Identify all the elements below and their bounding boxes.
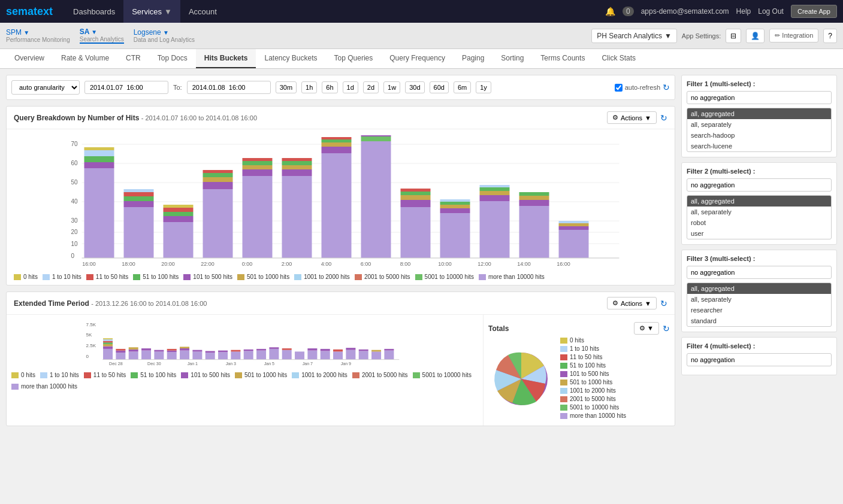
tab-paging[interactable]: Paging (454, 49, 492, 68)
help-icon-btn[interactable]: ? (823, 29, 837, 43)
bar-segment (203, 182, 233, 189)
filter-4-select[interactable]: no aggregation (687, 353, 832, 366)
granularity-select[interactable]: auto granularity (11, 80, 80, 95)
bar-segment (164, 205, 194, 208)
filter-1-select[interactable]: no aggregation (687, 91, 832, 104)
time-60d[interactable]: 60d (430, 81, 449, 93)
help-link[interactable]: Help (736, 7, 751, 16)
tab-query-frequency[interactable]: Query Frequency (381, 49, 454, 68)
nav-account[interactable]: Account (180, 0, 225, 23)
ext-legend-51-100hits: 51 to 100 hits (131, 372, 176, 378)
sa-nav-item[interactable]: SA ▼ Search Analytics (80, 28, 124, 44)
bell-icon[interactable]: 🔔 (605, 7, 615, 16)
time-1y[interactable]: 1y (476, 81, 491, 93)
tab-ctr[interactable]: CTR (117, 49, 149, 68)
main-chart-date-range: - 2014.01.07 16:00 to 2014.01.08 16:00 (141, 114, 257, 122)
bar-segment (322, 139, 352, 142)
ext-bar (141, 351, 151, 360)
filter-1-item-lucene[interactable]: search-lucene (687, 141, 831, 151)
tab-click-stats[interactable]: Click Stats (593, 49, 644, 68)
integration-button[interactable]: ✏ Integration (769, 29, 818, 42)
logsene-nav-item[interactable]: Logsene ▼ Data and Log Analytics (134, 28, 195, 43)
filter-1-item-all-agg[interactable]: all, aggregated (687, 108, 831, 119)
time-30d[interactable]: 30d (405, 81, 424, 93)
ext-bar (116, 349, 125, 351)
svg-text:18:00: 18:00 (122, 261, 135, 267)
svg-text:22:00: 22:00 (201, 261, 214, 267)
ext-bar (103, 341, 113, 343)
tab-rate-volume[interactable]: Rate & Volume (53, 49, 117, 68)
ext-bar (282, 350, 292, 360)
legend-51-100hits: 51 to 100 hits (133, 274, 179, 280)
totals-actions-button[interactable]: ⚙ ▼ (634, 322, 659, 335)
time-1d[interactable]: 1d (343, 81, 358, 93)
totals-legend-item: 51 to 100 hits (560, 362, 670, 369)
totals-legend-item: 501 to 1000 hits (560, 379, 670, 385)
filter-1-item-all-sep[interactable]: all, separately (687, 119, 831, 130)
totals-legend-label: 501 to 1000 hits (570, 379, 612, 385)
main-content: auto granularity To: 30m 1h 6h 1d 2d 1w … (0, 69, 843, 438)
nav-dashboards[interactable]: Dashboards (65, 0, 123, 23)
refresh-icon[interactable]: ↻ (663, 83, 670, 92)
totals-color (560, 388, 567, 394)
bar-segment (480, 187, 510, 191)
filter-3-select[interactable]: no aggregation (687, 266, 832, 279)
bar-segment (84, 150, 114, 156)
spm-nav-item[interactable]: SPM ▼ Performance Monitoring (6, 28, 70, 43)
time-6h[interactable]: 6h (322, 81, 337, 93)
svg-text:Dec 30: Dec 30 (147, 362, 161, 366)
bar-segment (440, 208, 470, 213)
nav-services[interactable]: Services ▼ (123, 0, 180, 23)
to-date-input[interactable] (187, 81, 271, 94)
tab-overview[interactable]: Overview (6, 49, 53, 68)
ext-bar (129, 351, 138, 359)
filter-3-item-researcher[interactable]: researcher (687, 305, 831, 315)
svg-text:20:00: 20:00 (161, 261, 175, 267)
sa-label: SA ▼ (80, 28, 124, 36)
filter-1-item-hadoop[interactable]: search-hadoop (687, 130, 831, 141)
bar-segment (203, 173, 233, 177)
tab-sorting[interactable]: Sorting (492, 49, 532, 68)
time-30m[interactable]: 30m (276, 81, 297, 93)
tab-latency-buckets[interactable]: Latency Buckets (256, 49, 325, 68)
filter-3-item-all-sep[interactable]: all, separately (687, 294, 831, 305)
extended-chart-header: Extended Time Period - 2013.12.26 16:00 … (7, 292, 675, 315)
settings-icon-btn[interactable]: ⊟ (726, 29, 741, 43)
tab-top-docs[interactable]: Top Docs (149, 49, 196, 68)
ext-bar (141, 348, 151, 351)
time-2d[interactable]: 2d (363, 81, 379, 93)
filter-3-item-standard[interactable]: standard (687, 315, 831, 326)
time-1h[interactable]: 1h (301, 81, 317, 93)
extended-chart-actions-button[interactable]: ⚙ Actions ▼ (607, 297, 657, 309)
sa-sublabel: Search Analytics (80, 36, 124, 42)
create-app-button[interactable]: Create App (791, 5, 837, 18)
tab-terms-counts[interactable]: Terms Counts (532, 49, 593, 68)
app-selector[interactable]: PH Search Analytics ▼ (591, 29, 677, 43)
filter-3-item-all-agg[interactable]: all, aggregated (687, 283, 831, 294)
app-selector-arrow: ▼ (664, 32, 672, 40)
from-date-input[interactable] (84, 81, 168, 94)
ext-bar (218, 352, 228, 359)
extended-chart-refresh-button[interactable]: ↻ (660, 299, 667, 308)
tab-hits-buckets[interactable]: Hits Buckets (196, 49, 256, 68)
totals-legend-label: 1 to 10 hits (570, 345, 599, 352)
filter-2-item-robot[interactable]: robot (687, 217, 831, 228)
main-chart-actions-button[interactable]: ⚙ Actions ▼ (607, 111, 657, 124)
time-1w[interactable]: 1w (383, 81, 400, 93)
bar-segment (480, 201, 510, 258)
filter-2-item-all-agg[interactable]: all, aggregated (687, 196, 831, 207)
main-chart-refresh-button[interactable]: ↻ (660, 113, 667, 123)
svg-text:2:00: 2:00 (282, 261, 292, 267)
ext-bar (371, 350, 381, 352)
ext-bar (180, 351, 189, 360)
time-6m[interactable]: 6m (454, 81, 471, 93)
filter-2-item-all-sep[interactable]: all, separately (687, 207, 831, 217)
users-icon-btn[interactable]: 👤 (746, 29, 765, 43)
auto-refresh-checkbox[interactable] (615, 84, 623, 92)
filter-2-item-user[interactable]: user (687, 228, 831, 239)
bar-segment (243, 169, 273, 176)
tab-top-queries[interactable]: Top Queries (326, 49, 382, 68)
filter-2-select[interactable]: no aggregation (687, 178, 832, 192)
totals-refresh-button[interactable]: ↻ (663, 324, 670, 333)
logout-link[interactable]: Log Out (758, 7, 784, 16)
